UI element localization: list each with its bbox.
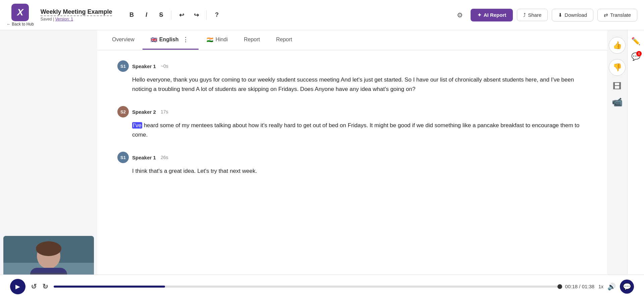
title-area: Weekly Meeting Example Saved | Version: … xyxy=(41,8,112,21)
italic-button[interactable]: I xyxy=(140,9,152,21)
settings-button[interactable]: ⚙ xyxy=(453,8,467,22)
skip-back-button[interactable]: ↺ 10 xyxy=(31,282,37,291)
speaker-1b-avatar: S1 xyxy=(117,152,129,163)
utterance-text-2: I've heard some of my mentees talking ab… xyxy=(117,121,587,140)
hindi-flag: 🇮🇳 xyxy=(207,37,213,43)
right-actions: 👍 👎 🎞 📹 xyxy=(607,30,627,298)
player-bar: ▶ ↺ 10 ↻ 10 00:18 / 01:38 1x 🔊 💬 xyxy=(0,275,644,298)
logo-area: X ← Back to Hub xyxy=(7,4,34,27)
speaker-2-time: 17s xyxy=(161,109,168,114)
doc-title: Weekly Meeting Example xyxy=(41,8,112,16)
highlighted-word: I've xyxy=(132,122,142,129)
speaker-1b-time: 26s xyxy=(161,155,168,160)
progress-thumb[interactable] xyxy=(557,284,562,289)
translate-icon: ⇄ xyxy=(604,12,608,18)
speaker-info-1: S1 Speaker 1 ~0s xyxy=(117,60,587,72)
utterance-3: S1 Speaker 1 26s I think that's a great … xyxy=(117,152,587,176)
current-time: 00:18 / 01:38 xyxy=(565,284,595,289)
redo-button[interactable]: ↪ xyxy=(190,9,202,21)
logo-icon: X xyxy=(11,4,29,21)
header: X ← Back to Hub Weekly Meeting Example S… xyxy=(0,0,644,30)
thumbs-down-button[interactable]: 👎 xyxy=(609,59,626,76)
download-icon: ⬇ xyxy=(558,12,562,18)
header-right: ⚙ ✦ AI Report ⤴ Share ⬇ Download ⇄ Trans… xyxy=(453,8,637,22)
player-right: 00:18 / 01:38 1x 🔊 💬 xyxy=(565,280,634,294)
speaker-info-3: S1 Speaker 1 26s xyxy=(117,152,587,163)
progress-fill xyxy=(54,286,165,288)
strikethrough-button[interactable]: S xyxy=(155,9,167,21)
speaker-1-avatar: S1 xyxy=(117,60,129,72)
progress-bar[interactable] xyxy=(54,286,560,288)
translate-button[interactable]: ⇄ Translate xyxy=(597,9,637,21)
volume-button[interactable]: 🔊 xyxy=(607,283,616,291)
chat-badge-count: 8 xyxy=(636,51,642,56)
utterance-1: S1 Speaker 1 ~0s Hello everyone, thank y… xyxy=(117,60,587,94)
thumbs-up-button[interactable]: 👍 xyxy=(609,37,626,54)
content-area: Overview 🇬🇧 English ⋮ 🇮🇳 Hindi Report Re… xyxy=(97,30,607,298)
main-layout: Overview 🇬🇧 English ⋮ 🇮🇳 Hindi Report Re… xyxy=(0,30,644,298)
speaker-1b-name: Speaker 1 xyxy=(132,155,156,160)
ai-star-icon: ✦ xyxy=(477,12,482,18)
ai-report-button[interactable]: ✦ AI Report xyxy=(471,9,513,21)
toolbar-separator-2 xyxy=(206,10,207,20)
speed-button[interactable]: 1x xyxy=(598,284,603,289)
transcript-area: S1 Speaker 1 ~0s Hello everyone, thank y… xyxy=(97,50,607,298)
utterance-text-3: I think that's a great idea. Let's try t… xyxy=(117,166,587,176)
download-button[interactable]: ⬇ Download xyxy=(552,9,593,21)
utterance-text-2-after: heard some of my mentees talking about h… xyxy=(132,122,579,138)
far-right-icons: ✏️ 💬 8 xyxy=(627,30,644,298)
tab-english[interactable]: 🇬🇧 English ⋮ xyxy=(143,31,199,50)
bold-button[interactable]: B xyxy=(125,9,138,21)
back-to-hub-link[interactable]: ← Back to Hub xyxy=(7,22,34,27)
help-button[interactable]: ? xyxy=(211,9,223,21)
film-strip-icon[interactable]: 🎞 xyxy=(613,81,622,92)
english-flag: 🇬🇧 xyxy=(151,37,157,43)
tab-overview[interactable]: Overview xyxy=(104,31,143,49)
skip-forward-button[interactable]: ↻ 10 xyxy=(42,282,48,291)
svg-point-3 xyxy=(36,241,61,256)
speaker-info-2: S2 Speaker 2 17s xyxy=(117,106,587,117)
left-sidebar xyxy=(0,30,97,298)
tab-report-2[interactable]: Report xyxy=(268,31,300,49)
speaker-1-name: Speaker 1 xyxy=(132,63,156,69)
doc-meta: Saved | Version: 1 xyxy=(41,17,112,21)
pencil-icon[interactable]: ✏️ xyxy=(631,37,640,46)
chat-bubble-button[interactable]: 💬 xyxy=(620,280,634,294)
speaker-2-avatar: S2 xyxy=(117,106,129,117)
share-button[interactable]: ⤴ Share xyxy=(517,9,548,21)
tab-hindi[interactable]: 🇮🇳 Hindi xyxy=(199,31,235,49)
toolbar-icons: B I S ↩ ↪ ? xyxy=(125,9,223,21)
undo-button[interactable]: ↩ xyxy=(175,9,187,21)
video-camera-icon[interactable]: 📹 xyxy=(612,97,623,107)
toolbar-separator-1 xyxy=(171,10,171,20)
play-button[interactable]: ▶ xyxy=(10,279,25,294)
tab-dots[interactable]: ⋮ xyxy=(180,36,191,43)
share-icon: ⤴ xyxy=(523,12,526,18)
speaker-1-time: ~0s xyxy=(161,63,168,69)
speaker-2-name: Speaker 2 xyxy=(132,109,156,115)
tab-report-1[interactable]: Report xyxy=(236,31,268,49)
utterance-2: S2 Speaker 2 17s I've heard some of my m… xyxy=(117,106,587,140)
version-link[interactable]: Version: 1 xyxy=(55,17,73,21)
tabs-bar: Overview 🇬🇧 English ⋮ 🇮🇳 Hindi Report Re… xyxy=(97,30,607,50)
utterance-text-1: Hello everyone, thank you guys for comin… xyxy=(117,75,587,94)
chat-badge-icon[interactable]: 💬 8 xyxy=(631,52,640,61)
